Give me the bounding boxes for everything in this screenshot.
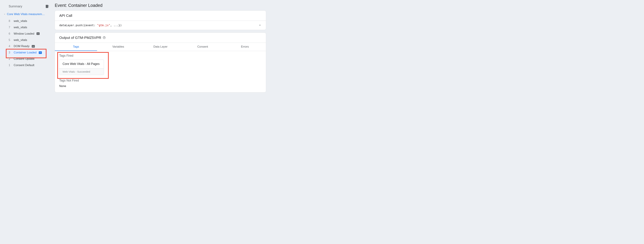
code-icon: <>	[32, 45, 35, 48]
clear-summary-icon[interactable]	[45, 4, 49, 8]
fired-tag-title: Core Web Vitals - All Pages	[59, 60, 104, 68]
sidebar-event-8[interactable]: 8web_vitals	[0, 18, 51, 24]
page-title: Event: Container Loaded	[55, 3, 266, 8]
tab-tags[interactable]: Tags	[55, 43, 97, 51]
event-number: 5	[8, 38, 12, 42]
event-number: 3	[8, 51, 12, 54]
fired-tag-card[interactable]: Core Web Vitals - All PagesWeb Vitals - …	[59, 60, 104, 75]
tab-variables[interactable]: Variables	[97, 43, 139, 51]
code-icon: <>	[36, 32, 40, 35]
api-call-code: dataLayer.push({event: "gtm.js", ...})	[59, 24, 122, 27]
svg-rect-1	[48, 6, 49, 7]
event-number: 7	[8, 26, 12, 29]
event-name: web_vitals	[14, 38, 27, 42]
code-icon: <>	[39, 51, 42, 54]
sidebar-event-2[interactable]: 2Consent Update	[0, 56, 51, 62]
event-name: Consent Update	[14, 57, 34, 61]
fired-tag-status: Web Vitals - Succeeded	[59, 68, 104, 75]
sidebar-group-core-web-vitals[interactable]: Core Web Vitals measurem…	[0, 11, 52, 17]
api-call-heading: API Call	[55, 11, 266, 21]
event-number: 6	[8, 32, 12, 35]
sidebar-event-6[interactable]: 6Window Loaded<>	[0, 30, 51, 37]
tags-fired-label: Tags Fired	[59, 54, 262, 57]
tab-errors[interactable]: Errors	[224, 43, 266, 51]
sidebar-group-label: Core Web Vitals measurem…	[7, 12, 45, 16]
help-icon[interactable]	[103, 36, 106, 39]
tab-data-layer[interactable]: Data Layer	[140, 43, 182, 51]
tags-panel: Tags Fired Core Web Vitals - All PagesWe…	[55, 51, 266, 92]
caret-down-icon	[4, 13, 6, 15]
event-name: Consent Default	[14, 63, 34, 67]
output-tabs: TagsVariablesData LayerConsentErrors	[55, 43, 266, 51]
event-number: 4	[8, 45, 12, 48]
tab-consent[interactable]: Consent	[182, 43, 224, 51]
event-number: 1	[8, 64, 12, 67]
sidebar: Summary Core Web Vitals measurem… 8web_v…	[0, 0, 52, 103]
event-name: web_vitals	[14, 26, 27, 29]
tags-not-fired-none: None	[59, 84, 262, 88]
sidebar-event-5[interactable]: 5web_vitals	[0, 37, 51, 43]
tags-not-fired-label: Tags Not Fired	[59, 79, 262, 82]
api-call-code-row[interactable]: dataLayer.push({event: "gtm.js", ...})	[55, 21, 266, 30]
event-name: web_vitals	[14, 19, 27, 23]
event-name: Container Loaded	[14, 51, 36, 54]
event-number: 2	[8, 57, 12, 60]
sidebar-title: Summary	[8, 4, 22, 8]
svg-rect-2	[48, 7, 49, 7]
sidebar-event-4[interactable]: 4DOM Ready<>	[0, 43, 51, 49]
event-name: Window Loaded	[14, 32, 34, 35]
sidebar-event-7[interactable]: 7web_vitals	[0, 24, 51, 31]
sidebar-event-3[interactable]: 3Container Loaded<>	[0, 49, 51, 56]
chevron-down-icon[interactable]	[258, 23, 262, 27]
event-name: DOM Ready	[14, 44, 30, 48]
svg-point-4	[104, 38, 104, 38]
output-card: Output of GTM-PMZ5VPR TagsVariablesData …	[55, 32, 266, 92]
main: Event: Container Loaded API Call dataLay…	[52, 0, 270, 103]
api-call-card: API Call dataLayer.push({event: "gtm.js"…	[55, 10, 266, 30]
sidebar-event-1[interactable]: 1Consent Default	[0, 62, 51, 68]
event-number: 8	[8, 19, 12, 23]
svg-rect-0	[48, 5, 49, 6]
output-heading: Output of GTM-PMZ5VPR	[55, 33, 266, 43]
